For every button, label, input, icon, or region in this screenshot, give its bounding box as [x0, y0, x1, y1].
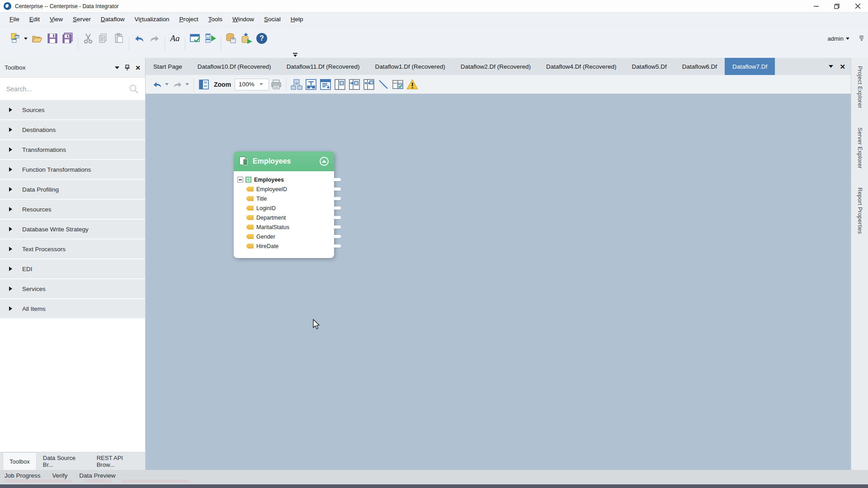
menu-social[interactable]: Social [259, 16, 286, 23]
dock-tab-job-progress[interactable]: Job Progress [5, 472, 41, 479]
field-row[interactable]: MaritalStatus [237, 222, 330, 232]
menu-edit[interactable]: Edit [24, 16, 45, 23]
dock-tab-data-preview[interactable]: Data Preview [79, 472, 115, 479]
menu-server[interactable]: Server [68, 16, 96, 23]
run-dataflow-button[interactable] [203, 31, 218, 46]
menu-tools[interactable]: Tools [203, 16, 227, 23]
menu-project[interactable]: Project [174, 16, 203, 23]
toolbox-category-database-write-strategy[interactable]: Database Write Strategy [0, 220, 145, 239]
new-dropdown-caret[interactable] [24, 38, 28, 40]
output-port[interactable] [333, 178, 341, 181]
redo-history-caret[interactable] [185, 83, 189, 85]
zoom-select[interactable]: 100% [235, 79, 269, 90]
deploy-server-button[interactable] [239, 31, 254, 46]
user-menu[interactable]: admin [824, 33, 853, 44]
font-button[interactable]: Aa [167, 31, 183, 46]
help-button[interactable]: ? [254, 31, 269, 46]
output-port[interactable] [333, 206, 341, 210]
collapse-pane-button[interactable] [333, 77, 347, 92]
employees-source-node[interactable]: Employees Employees EmployeeID Title Log… [234, 151, 334, 258]
close-button[interactable] [847, 0, 868, 12]
menu-dataflow[interactable]: Dataflow [96, 16, 130, 23]
save-button[interactable] [45, 31, 60, 46]
toolbar-options-button[interactable] [859, 36, 863, 41]
toolbox-category-sources[interactable]: Sources [0, 100, 145, 120]
tree-layout-button[interactable] [304, 77, 318, 92]
dock-tab-project-explorer[interactable]: Project Explorer [857, 61, 863, 113]
redo-button[interactable] [170, 77, 185, 92]
toolbox-category-all-items[interactable]: All Items [0, 299, 145, 319]
undo-button[interactable] [150, 77, 165, 92]
dock-tab-data-source-browser[interactable]: Data Source Br... [37, 452, 90, 470]
toolbox-category-transformations[interactable]: Transformations [0, 140, 145, 160]
toolbox-category-edi[interactable]: EDI [0, 259, 145, 279]
dock-tab-report-properties[interactable]: Report Properties [857, 183, 863, 239]
minimize-button[interactable] [806, 0, 826, 12]
toolbox-category-text-processors[interactable]: Text Processors [0, 239, 145, 259]
toolbox-category-services[interactable]: Services [0, 279, 145, 299]
save-all-button[interactable] [60, 31, 75, 46]
fit-pane-button[interactable] [362, 77, 376, 92]
archive-database-button[interactable] [223, 31, 239, 46]
field-row[interactable]: EmployeeID [237, 184, 330, 194]
window-position-icon[interactable] [115, 66, 119, 69]
node-header[interactable]: Employees [234, 151, 334, 171]
tab-list-caret-icon[interactable] [829, 65, 833, 68]
output-port[interactable] [333, 188, 341, 191]
new-dataflow-button[interactable] [8, 31, 24, 46]
print-button[interactable] [269, 77, 283, 92]
toolbox-category-function-transformations[interactable]: Function Transformations [0, 160, 145, 180]
tab-dataflow1[interactable]: Dataflow1.Df (Recovered) [367, 58, 453, 75]
tree-root-row[interactable]: Employees [237, 175, 330, 184]
tab-dataflow7[interactable]: Dataflow7.Df [725, 58, 775, 75]
dock-tab-verify[interactable]: Verify [52, 472, 68, 479]
verify-window-button[interactable] [188, 31, 203, 46]
open-button[interactable] [29, 31, 45, 46]
menu-help[interactable]: Help [286, 16, 308, 23]
collapse-tree-icon[interactable] [237, 177, 243, 183]
tab-dataflow11[interactable]: Dataflow11.Df (Recovered) [279, 58, 368, 75]
field-row[interactable]: Gender [237, 232, 330, 241]
toolbar-overflow-button[interactable] [293, 53, 297, 57]
link-tool-button[interactable] [376, 77, 391, 92]
align-pane-button[interactable] [347, 77, 362, 92]
menu-view[interactable]: View [45, 16, 68, 23]
copy-button[interactable] [96, 31, 111, 46]
paste-button[interactable] [111, 31, 127, 46]
data-preview-button[interactable] [391, 77, 405, 92]
toolbox-category-destinations[interactable]: Destinations [0, 120, 145, 140]
redo-button[interactable] [147, 31, 162, 46]
dock-tab-toolbox[interactable]: Toolbox [3, 452, 37, 470]
output-port[interactable] [333, 225, 341, 229]
field-row[interactable]: Department [237, 213, 330, 222]
undo-button[interactable] [132, 31, 147, 46]
restore-button[interactable] [826, 0, 847, 12]
close-tab-icon[interactable]: ✕ [840, 63, 845, 70]
output-port[interactable] [333, 235, 341, 238]
field-row[interactable]: HireDate [237, 241, 330, 251]
pin-icon[interactable] [125, 65, 130, 70]
tab-dataflow5[interactable]: Dataflow5.Df [624, 58, 674, 75]
output-port[interactable] [333, 244, 341, 248]
tab-dataflow4[interactable]: Dataflow4.Df (Recovered) [538, 58, 624, 75]
dock-tab-server-explorer[interactable]: Server Explorer [857, 123, 863, 173]
dataflow-canvas[interactable]: Employees Employees EmployeeID Title Log… [146, 94, 851, 470]
toolbox-category-data-profiling[interactable]: Data Profiling [0, 180, 145, 200]
toolbox-category-resources[interactable]: Resources [0, 200, 145, 220]
auto-layout-button[interactable] [289, 77, 304, 92]
output-port[interactable] [333, 216, 341, 219]
search-input[interactable] [6, 85, 129, 93]
cut-button[interactable] [80, 31, 96, 46]
tab-start-page[interactable]: Start Page [146, 58, 190, 75]
menu-file[interactable]: File [5, 16, 24, 23]
menu-window[interactable]: Window [227, 16, 259, 23]
diagram-overview-button[interactable] [197, 77, 211, 92]
dock-tab-rest-api-browser[interactable]: REST API Brow... [90, 452, 145, 470]
tab-dataflow2[interactable]: Dataflow2.Df (Recovered) [453, 58, 538, 75]
tab-dataflow6[interactable]: Dataflow6.Df [675, 58, 725, 75]
field-row[interactable]: Title [237, 194, 330, 203]
close-panel-icon[interactable]: ✕ [135, 65, 141, 71]
undo-history-caret[interactable] [165, 83, 169, 85]
collapse-node-button[interactable] [320, 157, 329, 166]
field-row[interactable]: LoginID [237, 203, 330, 213]
